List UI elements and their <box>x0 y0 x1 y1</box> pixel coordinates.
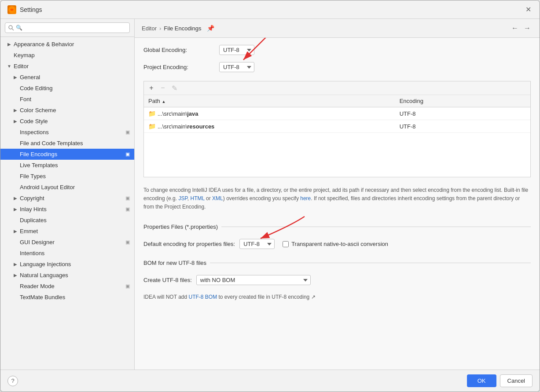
folder-icon: 📁 <box>148 110 156 117</box>
title-bar-left: Settings <box>7 5 42 14</box>
app-icon <box>7 5 16 14</box>
sidebar-item-language-injections[interactable]: ▶ Language Injections <box>0 259 134 270</box>
sidebar-item-emmet[interactable]: ▶ Emmet <box>0 226 134 237</box>
sidebar-tree: ▶ Appearance & Behavior ▶ Keymap ▼ Edito… <box>0 37 134 370</box>
encoding-column-header[interactable]: Encoding <box>395 95 530 107</box>
info-text: To change encoding IntelliJ IDEA uses fo… <box>143 183 531 215</box>
here-link[interactable]: here <box>300 195 311 201</box>
chevron-right-icon: ▶ <box>13 108 18 113</box>
html-link[interactable]: HTML <box>191 195 205 201</box>
sidebar-item-file-code-templates[interactable]: ▶ File and Code Templates <box>0 138 134 149</box>
transparent-checkbox[interactable] <box>283 241 289 247</box>
breadcrumb-separator: › <box>159 25 161 32</box>
bom-section-title: BOM for new UTF-8 files <box>143 260 531 266</box>
dialog-title: Settings <box>20 6 42 13</box>
project-encoding-label: Project Encoding: <box>143 64 214 70</box>
sidebar-item-duplicates[interactable]: ▶ Duplicates <box>0 215 134 226</box>
bom-row: Create UTF-8 files: with NO BOM with BOM… <box>143 273 531 287</box>
chevron-right-icon: ▶ <box>13 119 18 124</box>
gui-designer-badge: ▣ <box>125 239 130 245</box>
search-box <box>0 19 134 37</box>
sidebar-item-textmate[interactable]: ▶ TextMate Bundles <box>0 292 134 303</box>
sidebar-item-reader-mode[interactable]: ▶ Reader Mode ▣ <box>0 281 134 292</box>
jsp-link[interactable]: JSP <box>178 195 187 201</box>
sidebar-item-file-types[interactable]: ▶ File Types <box>0 171 134 182</box>
sidebar-item-file-encodings[interactable]: ▶ File Encodings ▣ <box>0 149 134 160</box>
cancel-button[interactable]: Cancel <box>500 374 533 387</box>
idea-note: IDEA will NOT add UTF-8 BOM to every cre… <box>143 292 531 302</box>
sidebar: ▶ Appearance & Behavior ▶ Keymap ▼ Edito… <box>0 19 135 370</box>
sidebar-item-intentions[interactable]: ▶ Intentions <box>0 248 134 259</box>
remove-button[interactable]: − <box>158 83 168 93</box>
sidebar-item-gui-designer[interactable]: ▶ GUI Designer ▣ <box>0 237 134 248</box>
sidebar-item-natural-languages[interactable]: ▶ Natural Languages <box>0 270 134 281</box>
path-table: Path Encoding 📁 <box>144 95 530 177</box>
table-row[interactable]: 📁 ...\src\main\resources UTF-8 <box>144 120 530 133</box>
table-row[interactable]: 📁 ...\src\main\java UTF-8 <box>144 107 530 120</box>
project-encoding-select[interactable]: UTF-8 <box>219 62 254 72</box>
action-buttons: OK Cancel <box>467 374 533 387</box>
main-content: Editor › File Encodings 📌 ← → Global Enc… <box>135 19 540 370</box>
sidebar-item-code-style[interactable]: ▶ Code Style <box>0 116 134 127</box>
chevron-down-icon: ▼ <box>7 64 12 69</box>
add-button[interactable]: + <box>147 83 156 93</box>
file-encodings-badge: ▣ <box>125 151 130 157</box>
chevron-right-icon: ▶ <box>13 75 18 80</box>
chevron-right-icon: ▶ <box>13 207 18 212</box>
path-value-resources: ...\src\main\resources <box>158 123 214 130</box>
edit-button[interactable]: ✎ <box>169 83 179 93</box>
sidebar-item-keymap[interactable]: ▶ Keymap <box>0 50 134 61</box>
breadcrumb-current: File Encodings <box>164 25 201 32</box>
utf8-bom-link[interactable]: UTF-8 BOM <box>188 294 217 300</box>
folder-icon: 📁 <box>148 123 156 130</box>
sidebar-item-code-editing[interactable]: ▶ Code Editing <box>0 83 134 94</box>
xml-link[interactable]: XML <box>212 195 223 201</box>
inlay-hints-badge: ▣ <box>125 206 130 212</box>
sidebar-item-live-templates[interactable]: ▶ Live Templates <box>0 160 134 171</box>
transparent-checkbox-wrapper: Transparent native-to-ascii conversion <box>283 241 388 247</box>
chevron-right-icon: ▶ <box>13 262 18 267</box>
sidebar-item-editor[interactable]: ▼ Editor <box>0 61 134 72</box>
path-column-header[interactable]: Path <box>144 95 395 107</box>
chevron-right-icon: ▶ <box>13 273 18 278</box>
sidebar-item-inspections[interactable]: ▶ Inspections ▣ <box>0 127 134 138</box>
title-bar: Settings ✕ <box>0 0 540 19</box>
sidebar-item-color-scheme[interactable]: ▶ Color Scheme <box>0 105 134 116</box>
copyright-badge: ▣ <box>125 195 130 201</box>
encoding-value-java: UTF-8 <box>395 107 530 120</box>
ok-button[interactable]: OK <box>467 374 496 387</box>
sidebar-item-general[interactable]: ▶ General <box>0 72 134 83</box>
path-cell-resources: 📁 ...\src\main\resources <box>148 123 391 130</box>
nav-arrows: ← → <box>510 23 533 33</box>
chevron-right-icon: ▶ <box>13 229 18 234</box>
path-table-container: + − ✎ Path Encoding <box>143 81 531 177</box>
search-input[interactable] <box>5 22 130 33</box>
create-utf8-select[interactable]: with NO BOM with BOM with BOM if needed <box>196 275 311 285</box>
default-encoding-select[interactable]: UTF-8 <box>239 239 275 249</box>
sidebar-item-font[interactable]: ▶ Font <box>0 94 134 105</box>
close-button[interactable]: ✕ <box>524 5 533 14</box>
create-utf8-label: Create UTF-8 files: <box>143 277 192 283</box>
chevron-right-icon: ▶ <box>7 42 12 47</box>
transparent-label: Transparent native-to-ascii conversion <box>291 241 388 247</box>
encoding-value-resources: UTF-8 <box>395 120 530 133</box>
settings-dialog: Settings ✕ ▶ Appearance & Behavior ▶ Key… <box>0 0 540 392</box>
default-encoding-label: Default encoding for properties files: <box>143 241 235 247</box>
breadcrumb-bar: Editor › File Encodings 📌 ← → <box>135 19 540 38</box>
content-area: ▶ Appearance & Behavior ▶ Keymap ▼ Edito… <box>0 19 540 370</box>
table-toolbar: + − ✎ <box>144 81 530 95</box>
path-value-java: ...\src\main\java <box>158 110 198 117</box>
sidebar-item-inlay-hints[interactable]: ▶ Inlay Hints ▣ <box>0 204 134 215</box>
sidebar-item-android-layout[interactable]: ▶ Android Layout Editor <box>0 182 134 193</box>
sidebar-item-appearance[interactable]: ▶ Appearance & Behavior <box>0 39 134 50</box>
project-encoding-row: Project Encoding: UTF-8 <box>143 62 531 72</box>
settings-panel: Global Encoding: UTF-8 Project Encoding:… <box>135 38 540 370</box>
bottom-bar: ? OK Cancel <box>0 370 540 392</box>
global-encoding-select[interactable]: UTF-8 <box>219 45 254 55</box>
back-arrow[interactable]: ← <box>510 23 520 33</box>
sidebar-item-copyright[interactable]: ▶ Copyright ▣ <box>0 193 134 204</box>
chevron-right-icon: ▶ <box>13 196 18 201</box>
forward-arrow[interactable]: → <box>522 23 533 33</box>
properties-section-title: Properties Files (*.properties) <box>143 223 531 230</box>
help-button[interactable]: ? <box>7 376 18 386</box>
